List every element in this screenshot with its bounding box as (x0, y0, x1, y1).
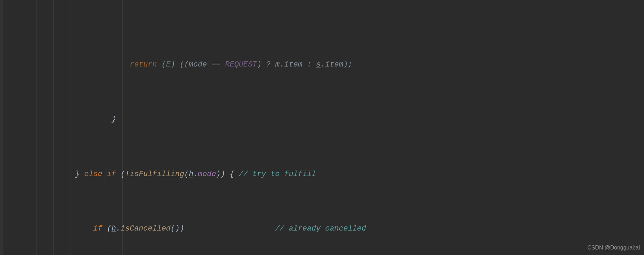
gutter (0, 0, 3, 255)
code-editor[interactable]: return (E) ((mode == REQUEST) ? m.item :… (0, 0, 644, 255)
code-line: if (h.isCancelled()) // already cancelle… (0, 222, 644, 236)
code-line: } (0, 113, 644, 126)
watermark: CSDN @Dongguabai (588, 243, 640, 253)
code-line: } else if (!isFulfilling(h.mode)) { // t… (0, 167, 644, 181)
code-line: return (E) ((mode == REQUEST) ? m.item :… (0, 58, 644, 72)
